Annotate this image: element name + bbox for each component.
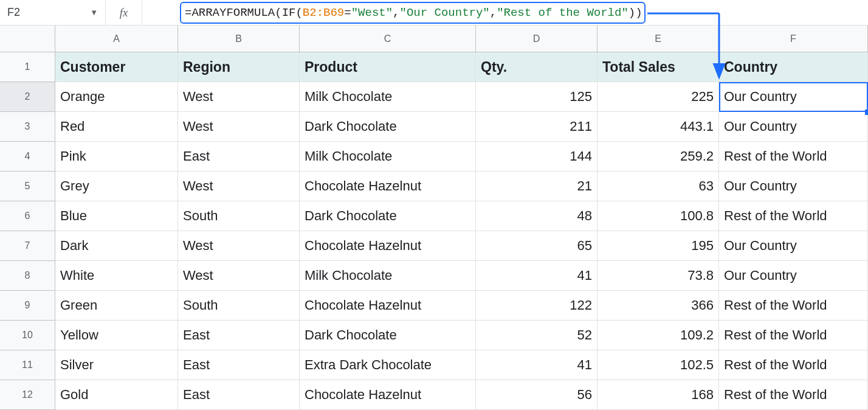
row-header-8[interactable]: 8: [0, 261, 55, 291]
cell-total[interactable]: 100.8: [598, 201, 719, 231]
cell-customer[interactable]: Dark: [55, 231, 178, 261]
cell-qty[interactable]: 52: [476, 321, 598, 350]
cell-product[interactable]: Dark Chocolate: [300, 112, 476, 142]
row-header-6[interactable]: 6: [0, 201, 55, 231]
header-row: Customer Region Product Qty. Total Sales…: [55, 52, 868, 82]
row-header-7[interactable]: 7: [0, 231, 55, 261]
cell-product[interactable]: Chocolate Hazelnut: [300, 291, 476, 321]
cell-total[interactable]: 225: [598, 82, 719, 112]
cell-customer[interactable]: Pink: [55, 142, 178, 172]
table-row: Pink East Milk Chocolate 144 259.2 Rest …: [55, 142, 868, 172]
cell-qty[interactable]: 48: [476, 201, 598, 231]
cell-product[interactable]: Extra Dark Chocolate: [300, 350, 476, 380]
cell-region[interactable]: East: [178, 350, 300, 380]
cell-qty[interactable]: 144: [476, 142, 598, 172]
name-box-value: F2: [7, 6, 90, 19]
cell-country[interactable]: Our Country: [719, 112, 868, 142]
cell-total[interactable]: 443.1: [598, 112, 719, 142]
cell-total[interactable]: 195: [598, 231, 719, 261]
cell-product[interactable]: Chocolate Hazelnut: [300, 231, 476, 261]
cell-region[interactable]: West: [178, 112, 300, 142]
cell-customer[interactable]: White: [55, 261, 178, 291]
col-header-D[interactable]: D: [476, 26, 598, 52]
cell-customer[interactable]: Yellow: [55, 321, 178, 350]
cell-qty[interactable]: 125: [476, 82, 598, 112]
cell-country[interactable]: Our Country: [719, 172, 868, 201]
row-header-9[interactable]: 9: [0, 291, 55, 321]
row-header-5[interactable]: 5: [0, 172, 55, 201]
row-header-11[interactable]: 11: [0, 350, 55, 380]
cell-country[interactable]: Rest of the World: [719, 380, 868, 410]
row-header-3[interactable]: 3: [0, 112, 55, 142]
cell-customer[interactable]: Blue: [55, 201, 178, 231]
row-header-10[interactable]: 10: [0, 321, 55, 350]
cell-total[interactable]: 73.8: [598, 261, 719, 291]
cell-country[interactable]: Rest of the World: [719, 291, 868, 321]
formula-input[interactable]: =ARRAYFORMULA(IF(B2:B69="West","Our Coun…: [142, 0, 868, 25]
col-header-F[interactable]: F: [719, 26, 868, 52]
autofill-handle[interactable]: [865, 109, 868, 115]
cell-product[interactable]: Dark Chocolate: [300, 201, 476, 231]
cell-product[interactable]: Milk Chocolate: [300, 261, 476, 291]
col-header-E[interactable]: E: [598, 26, 719, 52]
cell-qty[interactable]: 21: [476, 172, 598, 201]
cell-total[interactable]: 102.5: [598, 350, 719, 380]
cell-region[interactable]: East: [178, 321, 300, 350]
header-country[interactable]: Country: [719, 52, 868, 82]
cell-total[interactable]: 168: [598, 380, 719, 410]
cell-region[interactable]: West: [178, 231, 300, 261]
col-header-C[interactable]: C: [300, 26, 476, 52]
cell-product[interactable]: Milk Chocolate: [300, 82, 476, 112]
cell-customer[interactable]: Silver: [55, 350, 178, 380]
cell-country[interactable]: Rest of the World: [719, 142, 868, 172]
cell-total[interactable]: 63: [598, 172, 719, 201]
name-box-dropdown-icon[interactable]: ▼: [90, 8, 98, 17]
header-region[interactable]: Region: [178, 52, 300, 82]
cell-country[interactable]: Our Country: [719, 261, 868, 291]
cell-total[interactable]: 109.2: [598, 321, 719, 350]
cell-qty[interactable]: 41: [476, 350, 598, 380]
name-box[interactable]: F2 ▼: [0, 0, 106, 25]
cell-customer[interactable]: Orange: [55, 82, 178, 112]
cell-region[interactable]: West: [178, 82, 300, 112]
col-header-B[interactable]: B: [178, 26, 300, 52]
cell-region[interactable]: West: [178, 261, 300, 291]
cell-region[interactable]: South: [178, 201, 300, 231]
cell-product[interactable]: Milk Chocolate: [300, 142, 476, 172]
cell-region[interactable]: South: [178, 291, 300, 321]
col-header-A[interactable]: A: [55, 26, 178, 52]
cell-qty[interactable]: 65: [476, 231, 598, 261]
cell-product[interactable]: Dark Chocolate: [300, 321, 476, 350]
spreadsheet-grid: A B C D E F 1 2 3 4 5 6 7 8 9 10 11 12 C…: [0, 26, 868, 410]
cell-customer[interactable]: Green: [55, 291, 178, 321]
cell-country[interactable]: Rest of the World: [719, 350, 868, 380]
select-all-corner[interactable]: [0, 26, 55, 52]
cell-region[interactable]: West: [178, 172, 300, 201]
cell-qty[interactable]: 122: [476, 291, 598, 321]
table-row: Gold East Chocolate Hazelnut 56 168 Rest…: [55, 380, 868, 410]
cell-total[interactable]: 259.2: [598, 142, 719, 172]
cell-product[interactable]: Chocolate Hazelnut: [300, 172, 476, 201]
cell-qty[interactable]: 56: [476, 380, 598, 410]
cell-country[interactable]: Our Country: [719, 231, 868, 261]
cell-customer[interactable]: Grey: [55, 172, 178, 201]
cell-product[interactable]: Chocolate Hazelnut: [300, 380, 476, 410]
cell-qty[interactable]: 211: [476, 112, 598, 142]
cell-total[interactable]: 366: [598, 291, 719, 321]
row-header-1[interactable]: 1: [0, 52, 55, 82]
header-qty[interactable]: Qty.: [476, 52, 598, 82]
header-customer[interactable]: Customer: [55, 52, 178, 82]
row-header-12[interactable]: 12: [0, 380, 55, 410]
row-header-4[interactable]: 4: [0, 142, 55, 172]
cell-customer[interactable]: Gold: [55, 380, 178, 410]
header-product[interactable]: Product: [300, 52, 476, 82]
cell-customer[interactable]: Red: [55, 112, 178, 142]
header-total-sales[interactable]: Total Sales: [598, 52, 719, 82]
cell-region[interactable]: East: [178, 380, 300, 410]
row-header-2[interactable]: 2: [0, 82, 55, 112]
cell-region[interactable]: East: [178, 142, 300, 172]
cell-country[interactable]: Rest of the World: [719, 201, 868, 231]
cell-qty[interactable]: 41: [476, 261, 598, 291]
cell-country[interactable]: Our Country: [719, 82, 868, 112]
cell-country[interactable]: Rest of the World: [719, 321, 868, 350]
